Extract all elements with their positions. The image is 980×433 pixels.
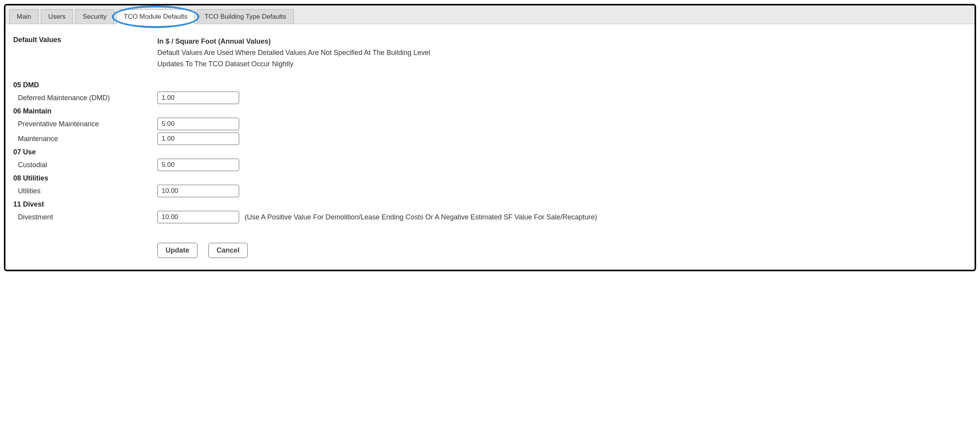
tab-tco-module-defaults[interactable]: TCO Module Defaults <box>116 9 195 24</box>
field-row: Custodial <box>13 159 967 171</box>
default-values-title: Default Values <box>13 36 157 44</box>
field-label: Custodial <box>13 161 157 169</box>
group-header: 07 Use <box>13 148 967 156</box>
field-row: Maintenance <box>13 133 967 145</box>
update-button[interactable]: Update <box>157 243 197 258</box>
tab-bar: MainUsersSecurityTCO Module DefaultsTCO … <box>5 5 975 24</box>
field-input-maintenance[interactable] <box>157 133 239 145</box>
field-input-divestment[interactable] <box>157 211 239 223</box>
field-row: Deferred Maintenance (DMD) <box>13 92 967 104</box>
field-input-custodial[interactable] <box>157 159 239 171</box>
field-input-preventative-maintenance[interactable] <box>157 118 239 130</box>
field-label: Utilities <box>13 187 157 195</box>
field-hint: (Use A Positive Value For Demolition/Lea… <box>245 213 597 221</box>
group-header: 08 Utilities <box>13 174 967 182</box>
field-label: Divestment <box>13 213 157 221</box>
fields-container: 05 DMDDeferred Maintenance (DMD)06 Maint… <box>13 81 967 223</box>
field-input-deferred-maintenance-dmd-[interactable] <box>157 92 239 104</box>
field-row: Preventative Maintenance <box>13 118 967 130</box>
header-description-line-1: Default Values Are Used Where Detailed V… <box>157 47 967 58</box>
tab-security[interactable]: Security <box>75 9 114 24</box>
field-input-utilities[interactable] <box>157 185 239 197</box>
header-units-line: In $ / Square Foot (Annual Values) <box>157 36 967 47</box>
group-header: 06 Maintain <box>13 107 967 115</box>
header-section: Default Values In $ / Square Foot (Annua… <box>13 36 967 69</box>
group-header: 11 Divest <box>13 200 967 209</box>
header-description-line-2: Updates To The TCO Dataset Occur Nightly <box>157 58 967 70</box>
field-label: Preventative Maintenance <box>13 120 157 128</box>
application-frame: MainUsersSecurityTCO Module DefaultsTCO … <box>4 4 976 271</box>
field-label: Deferred Maintenance (DMD) <box>13 94 157 102</box>
field-row: Utilities <box>13 185 967 197</box>
content-panel: Default Values In $ / Square Foot (Annua… <box>5 24 975 270</box>
field-row: Divestment(Use A Positive Value For Demo… <box>13 211 967 223</box>
cancel-button[interactable]: Cancel <box>208 243 248 258</box>
tab-tco-building-type-defaults[interactable]: TCO Building Type Defaults <box>197 9 293 24</box>
tab-main[interactable]: Main <box>9 9 39 24</box>
group-header: 05 DMD <box>13 81 967 89</box>
field-label: Maintenance <box>13 135 157 143</box>
tab-users[interactable]: Users <box>41 9 73 24</box>
button-row: Update Cancel <box>157 243 967 258</box>
